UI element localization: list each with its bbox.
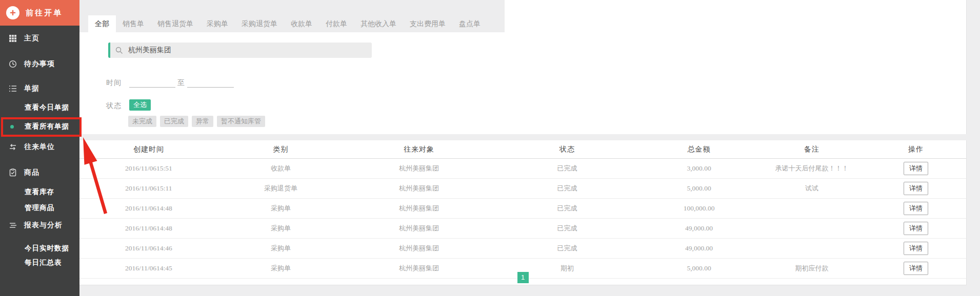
plus-circle-icon: + bbox=[6, 6, 19, 19]
grid-icon bbox=[9, 34, 17, 43]
cell-status: 已完成 bbox=[494, 159, 640, 179]
col-created: 创建时间 bbox=[79, 140, 218, 159]
page-1-button[interactable]: 1 bbox=[517, 272, 529, 283]
cell-created: 2016/11/0614:46 bbox=[79, 239, 218, 259]
cell-amount: 100,000.00 bbox=[640, 199, 758, 219]
sidebar: + 前往开单 主页 待办事项 单据 查看今日单据 bbox=[0, 0, 79, 296]
cell-created: 2016/11/0615:11 bbox=[79, 179, 218, 199]
col-type: 类别 bbox=[218, 140, 344, 159]
status-option-abnormal[interactable]: 异常 bbox=[192, 116, 213, 127]
detail-button[interactable]: 详情 bbox=[904, 162, 928, 175]
sidebar-item-label: 报表与分析 bbox=[24, 221, 63, 230]
tab-bar: 全部 销售单 销售退货单 采购单 采购退货单 收款单 付款单 其他收入单 支出费… bbox=[79, 0, 505, 32]
sidebar-subitem-label: 每日汇总表 bbox=[25, 258, 62, 267]
status-option-finished[interactable]: 已完成 bbox=[160, 116, 188, 127]
cell-partner: 杭州美丽集团 bbox=[344, 159, 494, 179]
sidebar-item-orders-all[interactable]: 查看所有单据 bbox=[0, 120, 79, 133]
clock-icon bbox=[9, 60, 17, 68]
detail-button[interactable]: 详情 bbox=[904, 182, 928, 195]
cell-remark bbox=[758, 219, 866, 239]
search-input[interactable] bbox=[127, 46, 355, 55]
cell-amount: 5,000.00 bbox=[640, 179, 758, 199]
table-row: 2016/11/0615:11 采购退货单 杭州美丽集团 已完成 5,000.0… bbox=[79, 179, 966, 199]
sidebar-item-inventory[interactable]: 查看库存 bbox=[0, 185, 79, 199]
col-amount: 总金额 bbox=[640, 140, 758, 159]
pagination: 1 bbox=[79, 272, 966, 283]
sidebar-item-label: 待办事项 bbox=[24, 59, 55, 69]
search-box[interactable] bbox=[108, 43, 372, 58]
col-action: 操作 bbox=[866, 140, 966, 159]
col-remark: 备注 bbox=[758, 140, 866, 159]
status-option-no-notify[interactable]: 暂不通知库管 bbox=[217, 116, 265, 127]
content-card: 时间 至 状态 全选 未完成 已完成 异常 暂不通知库管 创建时间 类别 往来对… bbox=[79, 0, 967, 285]
cell-status: 已完成 bbox=[494, 179, 640, 199]
cell-partner: 杭州美丽集团 bbox=[344, 199, 494, 219]
sidebar-item-todo[interactable]: 待办事项 bbox=[0, 57, 79, 71]
cell-created: 2016/11/0614:48 bbox=[79, 219, 218, 239]
sidebar-item-realtime[interactable]: 今日实时数据 bbox=[0, 242, 79, 255]
cell-created: 2016/11/0614:48 bbox=[79, 199, 218, 219]
cell-amount: 3,000.00 bbox=[640, 159, 758, 179]
cell-created: 2016/11/0615:51 bbox=[79, 159, 218, 179]
sidebar-subitem-label: 管理商品 bbox=[25, 203, 54, 213]
detail-button[interactable]: 详情 bbox=[904, 222, 928, 235]
sidebar-item-goods[interactable]: 商品 bbox=[0, 166, 79, 179]
cell-amount: 49,000.00 bbox=[640, 239, 758, 259]
detail-button[interactable]: 详情 bbox=[904, 242, 928, 255]
sidebar-item-reports[interactable]: 报表与分析 bbox=[0, 219, 79, 232]
table-row: 2016/11/0614:46 采购单 杭州美丽集团 已完成 49,000.00… bbox=[79, 239, 966, 259]
sidebar-subitem-label: 今日实时数据 bbox=[25, 244, 69, 253]
cell-type: 收款单 bbox=[218, 159, 344, 179]
tab-sales-return[interactable]: 销售退货单 bbox=[151, 15, 200, 32]
sidebar-item-label: 商品 bbox=[24, 168, 39, 177]
table-row: 2016/11/0614:48 采购单 杭州美丽集团 已完成 100,000.0… bbox=[79, 199, 966, 219]
cell-remark: 承诺十天后付尾款！！！ bbox=[758, 159, 866, 179]
status-filter-label: 状态 bbox=[106, 101, 122, 111]
time-to-input[interactable] bbox=[187, 78, 234, 88]
time-to-label: 至 bbox=[177, 78, 185, 88]
tab-other-income[interactable]: 其他收入单 bbox=[354, 15, 403, 32]
sidebar-item-label: 往来单位 bbox=[24, 142, 55, 152]
clipboard-check-icon bbox=[9, 168, 17, 177]
sidebar-create-order-button[interactable]: + 前往开单 bbox=[0, 0, 79, 26]
tab-purchase[interactable]: 采购单 bbox=[200, 15, 235, 32]
section-divider bbox=[79, 134, 980, 140]
tab-stocktake[interactable]: 盘点单 bbox=[452, 15, 487, 32]
sidebar-subitem-label: 查看库存 bbox=[25, 187, 54, 197]
tab-receipt[interactable]: 收款单 bbox=[284, 15, 319, 32]
sidebar-item-home[interactable]: 主页 bbox=[0, 32, 79, 45]
tab-purchase-return[interactable]: 采购退货单 bbox=[235, 15, 284, 32]
sidebar-item-manage-goods[interactable]: 管理商品 bbox=[0, 201, 79, 215]
detail-button[interactable]: 详情 bbox=[904, 202, 928, 215]
cell-type: 采购单 bbox=[218, 219, 344, 239]
create-order-label: 前往开单 bbox=[26, 8, 63, 18]
status-option-unfinished[interactable]: 未完成 bbox=[128, 116, 156, 127]
sidebar-subitem-label: 查看今日单据 bbox=[25, 103, 69, 112]
time-from-input[interactable] bbox=[129, 78, 175, 88]
sidebar-item-label: 单据 bbox=[24, 84, 39, 93]
cell-amount: 49,000.00 bbox=[640, 219, 758, 239]
status-options: 未完成 已完成 异常 暂不通知库管 bbox=[128, 116, 265, 127]
sidebar-item-orders-today[interactable]: 查看今日单据 bbox=[0, 101, 79, 114]
tab-expense[interactable]: 支出费用单 bbox=[403, 15, 452, 32]
cell-partner: 杭州美丽集团 bbox=[344, 239, 494, 259]
sidebar-item-orders[interactable]: 单据 bbox=[0, 82, 79, 95]
sidebar-item-label: 主页 bbox=[24, 34, 39, 43]
cell-type: 采购退货单 bbox=[218, 179, 344, 199]
cell-partner: 杭州美丽集团 bbox=[344, 179, 494, 199]
tab-payment[interactable]: 付款单 bbox=[319, 15, 354, 32]
cell-remark bbox=[758, 239, 866, 259]
tab-all[interactable]: 全部 bbox=[88, 15, 116, 32]
select-all-button[interactable]: 全选 bbox=[129, 99, 151, 111]
cell-status: 已完成 bbox=[494, 199, 640, 219]
cell-remark bbox=[758, 199, 866, 219]
col-partner: 往来对象 bbox=[344, 140, 494, 159]
sidebar-item-partners[interactable]: 往来单位 bbox=[0, 140, 79, 154]
table-row: 2016/11/0614:48 采购单 杭州美丽集团 已完成 49,000.00… bbox=[79, 219, 966, 239]
sidebar-subitem-label: 查看所有单据 bbox=[25, 122, 69, 131]
tab-sales[interactable]: 销售单 bbox=[116, 15, 151, 32]
col-status: 状态 bbox=[494, 140, 640, 159]
active-dot-icon bbox=[10, 125, 14, 129]
bars-icon bbox=[9, 221, 17, 229]
sidebar-item-daily-summary[interactable]: 每日汇总表 bbox=[0, 256, 79, 269]
